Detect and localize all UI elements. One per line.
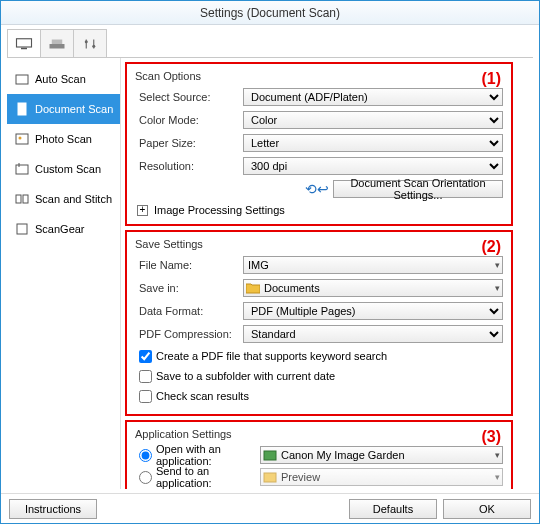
sidebar-item-custom-scan[interactable]: Custom Scan: [7, 154, 120, 184]
stitch-icon: [15, 192, 29, 206]
scan-options-group: (1) Scan Options Select Source:Document …: [125, 62, 513, 226]
select-source-label: Select Source:: [135, 91, 243, 103]
svg-rect-3: [52, 39, 63, 44]
application-settings-group: (3) Application Settings Open with an ap…: [125, 420, 513, 489]
data-format-dropdown[interactable]: PDF (Multiple Pages): [243, 302, 503, 320]
annotation-2: (2): [481, 238, 501, 256]
svg-rect-12: [16, 165, 28, 174]
scanner-icon: [48, 37, 66, 51]
keyword-search-checkbox[interactable]: [139, 350, 152, 363]
send-app-dropdown[interactable]: Preview▾: [260, 468, 503, 486]
pdf-compression-dropdown[interactable]: Standard: [243, 325, 503, 343]
save-settings-title: Save Settings: [135, 238, 503, 250]
svg-rect-15: [23, 195, 28, 203]
titlebar: Settings (Document Scan): [1, 1, 539, 25]
send-app-label: Send to an application:: [156, 465, 260, 489]
ok-button[interactable]: OK: [443, 499, 531, 519]
resolution-label: Resolution:: [135, 160, 243, 172]
sidebar: Auto Scan Document Scan Photo Scan Custo…: [7, 58, 121, 489]
color-mode-label: Color Mode:: [135, 114, 243, 126]
sidebar-item-auto-scan[interactable]: Auto Scan: [7, 64, 120, 94]
paper-size-dropdown[interactable]: Letter: [243, 134, 503, 152]
photo-scan-icon: [15, 132, 29, 146]
settings-panel[interactable]: (1) Scan Options Select Source:Document …: [121, 58, 519, 489]
open-with-radio[interactable]: [139, 449, 152, 462]
sidebar-item-label: Photo Scan: [35, 133, 92, 145]
resolution-dropdown[interactable]: 300 dpi: [243, 157, 503, 175]
sidebar-item-scan-and-stitch[interactable]: Scan and Stitch: [7, 184, 120, 214]
orientation-settings-button[interactable]: Document Scan Orientation Settings...: [333, 180, 503, 198]
file-name-field[interactable]: IMG▾: [243, 256, 503, 274]
check-results-label: Check scan results: [156, 390, 249, 402]
application-settings-title: Application Settings: [135, 428, 503, 440]
scangear-icon: [15, 222, 29, 236]
sidebar-item-label: Scan and Stitch: [35, 193, 112, 205]
defaults-button[interactable]: Defaults: [349, 499, 437, 519]
data-format-label: Data Format:: [135, 305, 243, 317]
pdf-compression-label: PDF Compression:: [135, 328, 243, 340]
bottom-bar: Instructions Defaults OK: [1, 493, 539, 523]
keyword-search-label: Create a PDF file that supports keyword …: [156, 350, 387, 362]
chevron-down-icon: ▾: [495, 260, 500, 270]
sidebar-item-label: Custom Scan: [35, 163, 101, 175]
app-icon: [263, 450, 277, 461]
select-source-dropdown[interactable]: Document (ADF/Platen): [243, 88, 503, 106]
sidebar-item-scangear[interactable]: ScanGear: [7, 214, 120, 244]
check-results-checkbox[interactable]: [139, 390, 152, 403]
sidebar-item-photo-scan[interactable]: Photo Scan: [7, 124, 120, 154]
scrollbar[interactable]: [519, 58, 533, 489]
svg-rect-8: [16, 75, 28, 84]
chevron-down-icon: ▾: [495, 283, 500, 293]
chevron-down-icon: ▾: [495, 450, 500, 460]
send-app-radio[interactable]: [139, 471, 152, 484]
svg-rect-14: [16, 195, 21, 203]
sidebar-item-label: Document Scan: [35, 103, 113, 115]
plus-icon: +: [137, 205, 148, 216]
sidebar-item-label: ScanGear: [35, 223, 85, 235]
svg-rect-18: [264, 473, 276, 482]
top-tabs: [7, 29, 533, 58]
refresh-icon[interactable]: ⟲↩: [305, 181, 329, 197]
preview-icon: [263, 472, 277, 483]
tab-scan-from-pc[interactable]: [7, 29, 41, 57]
svg-rect-0: [17, 38, 32, 46]
subfolder-checkbox[interactable]: [139, 370, 152, 383]
chevron-down-icon: ▾: [495, 472, 500, 482]
svg-point-5: [85, 40, 88, 43]
document-scan-icon: [15, 102, 29, 116]
svg-rect-9: [18, 103, 26, 115]
sidebar-item-document-scan[interactable]: Document Scan: [7, 94, 120, 124]
settings-window: Settings (Document Scan) Auto Scan Docum…: [0, 0, 540, 524]
open-with-dropdown[interactable]: Canon My Image Garden▾: [260, 446, 503, 464]
sliders-icon: [81, 37, 99, 51]
custom-scan-icon: [15, 162, 29, 176]
auto-scan-icon: [15, 72, 29, 86]
tab-scan-from-device[interactable]: [40, 29, 74, 57]
svg-point-7: [92, 44, 95, 47]
folder-icon: [246, 283, 260, 294]
image-processing-label: Image Processing Settings: [154, 204, 285, 216]
annotation-1: (1): [481, 70, 501, 88]
instructions-button[interactable]: Instructions: [9, 499, 97, 519]
file-name-label: File Name:: [135, 259, 243, 271]
save-in-dropdown[interactable]: Documents▾: [243, 279, 503, 297]
subfolder-label: Save to a subfolder with current date: [156, 370, 335, 382]
scan-options-title: Scan Options: [135, 70, 503, 82]
tab-preferences[interactable]: [73, 29, 107, 57]
color-mode-dropdown[interactable]: Color: [243, 111, 503, 129]
monitor-icon: [15, 37, 33, 51]
paper-size-label: Paper Size:: [135, 137, 243, 149]
annotation-3: (3): [481, 428, 501, 446]
svg-rect-2: [50, 44, 65, 49]
svg-rect-1: [21, 47, 27, 49]
open-with-label: Open with an application:: [156, 443, 260, 467]
content: Auto Scan Document Scan Photo Scan Custo…: [1, 25, 539, 493]
main-area: Auto Scan Document Scan Photo Scan Custo…: [7, 58, 533, 489]
svg-point-11: [19, 137, 22, 140]
svg-rect-16: [17, 224, 27, 234]
svg-rect-17: [264, 451, 276, 460]
save-in-label: Save in:: [135, 282, 243, 294]
sidebar-item-label: Auto Scan: [35, 73, 86, 85]
image-processing-expander[interactable]: +Image Processing Settings: [135, 204, 503, 216]
window-title: Settings (Document Scan): [200, 6, 340, 20]
